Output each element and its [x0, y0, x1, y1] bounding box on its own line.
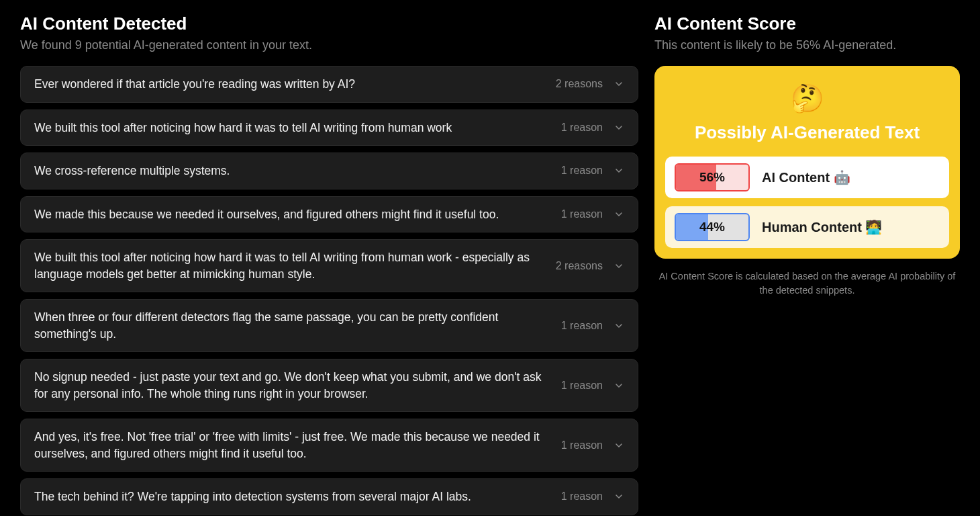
chevron-down-icon	[614, 209, 624, 220]
detected-item[interactable]: When three or four different detectors f…	[20, 299, 638, 352]
chevron-down-icon	[614, 380, 624, 391]
detected-item-text: We cross-reference multiple systems.	[34, 163, 550, 179]
detected-item[interactable]: We cross-reference multiple systems.1 re…	[20, 153, 638, 189]
score-card: 🤔 Possibly AI-Generated Text 56% AI Cont…	[654, 66, 960, 259]
score-subtitle: This content is likely to be 56% AI-gene…	[654, 38, 960, 52]
detected-item-reasons: 2 reasons	[556, 260, 603, 272]
score-title: AI Content Score	[654, 13, 960, 34]
detected-item-reasons: 1 reason	[561, 490, 603, 503]
detected-item-text: And yes, it's free. Not 'free trial' or …	[34, 429, 550, 462]
thinking-face-icon: 🤔	[665, 85, 949, 112]
ai-percent-label: 56%	[676, 165, 748, 190]
detected-item[interactable]: Ever wondered if that article you're rea…	[20, 66, 638, 103]
human-percent-bar: 44%	[675, 213, 750, 241]
detected-item[interactable]: We made this because we needed it oursel…	[20, 196, 638, 233]
detected-item-text: Ever wondered if that article you're rea…	[34, 76, 545, 93]
ai-percent-bar: 56%	[675, 163, 750, 191]
detected-subtitle: We found 9 potential AI-generated conten…	[20, 38, 638, 52]
detected-item-text: No signup needed - just paste your text …	[34, 369, 550, 402]
ai-content-label: AI Content 🤖	[762, 169, 940, 185]
detected-item-reasons: 1 reason	[561, 380, 603, 392]
chevron-down-icon	[614, 440, 624, 451]
chevron-down-icon	[614, 122, 624, 133]
detected-item[interactable]: The tech behind it? We're tapping into d…	[20, 478, 638, 515]
chevron-down-icon	[614, 261, 624, 271]
detected-item-reasons: 1 reason	[561, 320, 603, 332]
detected-item[interactable]: No signup needed - just paste your text …	[20, 359, 638, 412]
human-content-row: 44% Human Content 🧑‍💻	[665, 206, 949, 248]
detected-item-text: When three or four different detectors f…	[34, 309, 550, 342]
detected-item-reasons: 1 reason	[561, 208, 603, 220]
detected-item-text: We built this tool after noticing how ha…	[34, 120, 550, 136]
detected-item-reasons: 1 reason	[561, 439, 603, 452]
detected-item[interactable]: We built this tool after noticing how ha…	[20, 239, 638, 292]
detected-item-text: We built this tool after noticing how ha…	[34, 249, 545, 282]
detected-item-text: The tech behind it? We're tapping into d…	[34, 488, 550, 505]
chevron-down-icon	[614, 320, 624, 331]
detected-item-reasons: 2 reasons	[556, 78, 603, 90]
ai-content-row: 56% AI Content 🤖	[665, 157, 949, 198]
human-percent-label: 44%	[676, 214, 748, 240]
score-footnote: AI Content Score is calculated based on …	[654, 269, 960, 298]
score-card-heading: Possibly AI-Generated Text	[665, 122, 949, 143]
detected-item-reasons: 1 reason	[561, 165, 603, 177]
detected-item[interactable]: We built this tool after noticing how ha…	[20, 110, 638, 146]
chevron-down-icon	[614, 79, 624, 89]
human-content-label: Human Content 🧑‍💻	[762, 219, 940, 235]
detected-item-text: We made this because we needed it oursel…	[34, 206, 550, 223]
detected-item[interactable]: And yes, it's free. Not 'free trial' or …	[20, 419, 638, 472]
chevron-down-icon	[614, 491, 624, 502]
chevron-down-icon	[614, 165, 624, 176]
detected-title: AI Content Detected	[20, 13, 638, 34]
detected-item-reasons: 1 reason	[561, 122, 603, 134]
